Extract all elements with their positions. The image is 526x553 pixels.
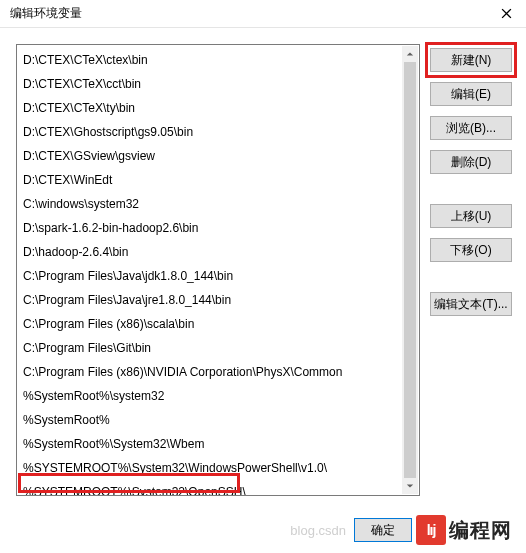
list-item[interactable]: D:\spark-1.6.2-bin-hadoop2.6\bin	[17, 216, 419, 240]
watermark-text: blog.csdn	[290, 523, 346, 538]
list-item[interactable]: %SystemRoot%\System32\Wbem	[17, 432, 419, 456]
list-item[interactable]: C:\Program Files\Java\jre1.8.0_144\bin	[17, 288, 419, 312]
button-column: 新建(N) 编辑(E) 浏览(B)... 删除(D) 上移(U) 下移(O) 编…	[430, 48, 512, 316]
edit-button[interactable]: 编辑(E)	[430, 82, 512, 106]
scroll-down-button[interactable]	[402, 478, 418, 494]
window-title: 编辑环境变量	[10, 5, 82, 22]
close-button[interactable]	[494, 2, 518, 26]
scroll-up-button[interactable]	[402, 46, 418, 62]
list-item[interactable]: C:\Program Files\Git\bin	[17, 336, 419, 360]
scrollbar[interactable]	[402, 46, 418, 494]
list-item[interactable]: D:\CTEX\CTeX\cct\bin	[17, 72, 419, 96]
list-item[interactable]: %SYSTEMROOT%\System32\OpenSSH\	[17, 480, 419, 496]
ok-button[interactable]: 确定	[354, 518, 412, 542]
bottom-row: blog.csdn 确定 lıj 编程网	[0, 515, 526, 545]
chevron-up-icon	[406, 50, 414, 58]
list-item[interactable]: %SystemRoot%	[17, 408, 419, 432]
titlebar: 编辑环境变量	[0, 0, 526, 28]
list-item[interactable]: C:\Program Files (x86)\NVIDIA Corporatio…	[17, 360, 419, 384]
list-item[interactable]: D:\CTEX\Ghostscript\gs9.05\bin	[17, 120, 419, 144]
path-listbox[interactable]: D:\CTEX\CTeX\ctex\binD:\CTEX\CTeX\cct\bi…	[16, 44, 420, 496]
scroll-track[interactable]	[402, 62, 418, 478]
list-item[interactable]: D:\CTEX\CTeX\ty\bin	[17, 96, 419, 120]
list-item[interactable]: D:\hadoop-2.6.4\bin	[17, 240, 419, 264]
list-item[interactable]: C:\Program Files (x86)\scala\bin	[17, 312, 419, 336]
scroll-thumb[interactable]	[404, 62, 416, 478]
movedown-button[interactable]: 下移(O)	[430, 238, 512, 262]
dialog-body: D:\CTEX\CTeX\ctex\binD:\CTEX\CTeX\cct\bi…	[0, 28, 526, 553]
chevron-down-icon	[406, 482, 414, 490]
list-item[interactable]: D:\CTEX\WinEdt	[17, 168, 419, 192]
edittext-button[interactable]: 编辑文本(T)...	[430, 292, 512, 316]
site-logo: lıj 编程网	[416, 515, 512, 545]
moveup-button[interactable]: 上移(U)	[430, 204, 512, 228]
logo-text: 编程网	[449, 517, 512, 544]
close-icon	[501, 8, 512, 19]
browse-button[interactable]: 浏览(B)...	[430, 116, 512, 140]
list-item[interactable]: C:\windows\system32	[17, 192, 419, 216]
list-item[interactable]: %SystemRoot%\system32	[17, 384, 419, 408]
list-item[interactable]: D:\CTEX\GSview\gsview	[17, 144, 419, 168]
delete-button[interactable]: 删除(D)	[430, 150, 512, 174]
new-button[interactable]: 新建(N)	[430, 48, 512, 72]
list-item[interactable]: C:\Program Files\Java\jdk1.8.0_144\bin	[17, 264, 419, 288]
logo-icon: lıj	[416, 515, 446, 545]
list-item[interactable]: D:\CTEX\CTeX\ctex\bin	[17, 48, 419, 72]
list-item[interactable]: %SYSTEMROOT%\System32\WindowsPowerShell\…	[17, 456, 419, 480]
